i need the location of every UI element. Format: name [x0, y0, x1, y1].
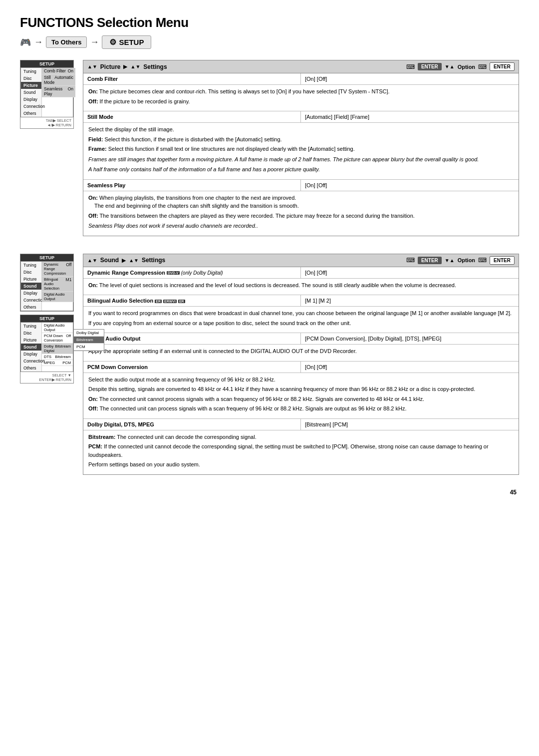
popup-item-bitstream: Bitstream [74, 337, 104, 344]
menu-item-disc: Disc [21, 75, 41, 82]
pcm-label: PCM Down Conversion [83, 362, 301, 373]
menu3-item-others: Others [21, 365, 41, 372]
remote-icon: 🎮 [20, 37, 31, 48]
feature-row-pcm: PCM Down Conversion [On] [Off] [83, 362, 519, 373]
dao-label: Digital Audio Output [83, 333, 301, 344]
feature-row-drc: Dynamic Range Compression DVD-V (only Do… [83, 267, 519, 279]
menu-item-display: Display [21, 96, 41, 103]
bilingual-label: Bilingual Audio Selection ER ERWVI ER [83, 295, 301, 306]
mini-menu-hint-3: SELECT ▼ENTER▶ RETURN [20, 372, 73, 383]
enter-button-2: ENTER [418, 257, 442, 264]
mini3-row-dts: DTSBitstream [42, 354, 73, 360]
nav-arrow-right-1: ▶ [123, 63, 127, 70]
feature-row-dolby: Dolby Digital, DTS, MPEG [Bitstream] [PC… [83, 419, 519, 430]
nav-option-tri-1: ▼▲ [445, 64, 455, 69]
menu3-item-sound: Sound [21, 344, 41, 351]
feature-row-dao: Digital Audio Output [PCM Down Conversio… [83, 333, 519, 345]
nav-bar-picture: ▲▼ Picture ▶ ▲▼ Settings ⌨ ENTER ▼▲ Opti… [83, 60, 519, 73]
mini2-row-drc: Dynamic Range CompressionOff [42, 262, 73, 277]
feature-row-still: Still Mode [Automatic] [Field] [Frame] [83, 111, 519, 123]
still-mode-desc: Select the display of the still image. F… [83, 123, 519, 180]
enter-button-1b: ENTER [490, 62, 515, 71]
option-label-1: Option [458, 64, 475, 70]
dolby-value: [Bitstream] [PCM] [301, 419, 519, 430]
seamless-play-label: Seamless Play [83, 180, 301, 191]
enter-button-1: ENTER [418, 63, 442, 70]
cursor-icon-2: ⌨ [406, 257, 415, 264]
mini3-row-pcm: PCM Down ConversionOff [42, 333, 73, 344]
cursor-icon-2b: ⌨ [478, 257, 487, 264]
menu2-item-sound: Sound [21, 283, 41, 290]
nav-option-tri-2: ▼▲ [445, 258, 455, 263]
er-badge-3: ER [178, 300, 185, 303]
nav-tri-up1: ▲▼ [87, 64, 97, 69]
dao-desc: Apply the appropriate setting if an exte… [83, 345, 519, 362]
menu-item-sound: Sound [21, 89, 41, 96]
nav-tri-s2: ▲▼ [129, 258, 139, 263]
enter-button-2b: ENTER [490, 256, 515, 265]
nav-bar-sound: ▲▼ Sound ▶ ▲▼ Settings ⌨ ENTER ▼▲ Option… [83, 254, 519, 267]
still-mode-value: [Automatic] [Field] [Frame] [301, 111, 519, 122]
menu3-item-disc: Disc [21, 330, 41, 337]
page-number: 45 [20, 489, 519, 496]
comb-filter-label: Comb Filter [83, 73, 301, 84]
er-badge-1: ER [155, 300, 162, 303]
mini3-row-dolby: Dolby DigitalBitstream [42, 344, 73, 354]
nav-picture-label: Picture [100, 63, 121, 70]
mini-menu-header-2: SETUP [20, 254, 73, 261]
mini-menu-sound: SETUP Tuning Disc Picture Sound Display … [20, 254, 74, 475]
menu2-item-picture: Picture [21, 276, 41, 283]
setup-icon: ⚙ [109, 37, 116, 47]
menu2-item-others: Others [21, 304, 41, 311]
menu-item-connection: Connection [21, 103, 41, 110]
dao-value: [PCM Down Conversion], [Dolby Digital], … [301, 333, 519, 344]
bilingual-value: [M 1] [M 2] [301, 295, 519, 306]
mini2-row-bilingual: Bilingual Audio SelectionM1 [42, 277, 73, 292]
feature-row-bilingual: Bilingual Audio Selection ER ERWVI ER [M… [83, 295, 519, 307]
content-panel-picture: ▲▼ Picture ▶ ▲▼ Settings ⌨ ENTER ▼▲ Opti… [83, 60, 519, 236]
menu3-item-tuning: Tuning [21, 323, 41, 330]
menu2-item-connection: Connection [21, 297, 41, 304]
mini-menu-header-3: SETUP [20, 315, 73, 322]
popup-item-dolby: Dolby Digital [74, 330, 104, 337]
drc-desc: On: The level of quiet sections is incre… [83, 279, 519, 296]
feature-row-comb: Comb Filter [On] [Off] [83, 73, 519, 85]
mini-row-still: Still ModeAutomatic [42, 74, 75, 86]
mini-row-comb: Comb FilterOn [42, 68, 75, 74]
breadcrumb-to-others: To Others [46, 36, 87, 48]
er-badge-2: ERWVI [163, 300, 177, 303]
section-picture: SETUP Tuning Disc Picture Sound Display … [20, 60, 519, 236]
popup-overlay: Dolby Digital Bitstream PCM [73, 329, 104, 351]
menu-item-picture: Picture [21, 82, 41, 89]
mini2-row-digital: Digital Audio Output [42, 292, 73, 302]
mini-menu-picture: SETUP Tuning Disc Picture Sound Display … [20, 60, 74, 236]
section-sound: SETUP Tuning Disc Picture Sound Display … [20, 254, 519, 475]
mini-menu-header-1: SETUP [20, 60, 73, 67]
breadcrumb-setup: ⚙ SETUP [102, 35, 151, 49]
menu2-item-tuning: Tuning [21, 262, 41, 269]
mini3-row-mpeg: MPEGPCM [42, 360, 73, 366]
cursor-icon-1: ⌨ [406, 63, 415, 70]
drc-label: Dynamic Range Compression DVD-V (only Do… [83, 267, 301, 278]
menu3-item-display: Display [21, 351, 41, 358]
nav-tri-s1: ▲▼ [87, 258, 97, 263]
bilingual-desc: If you want to record programmes on disc… [83, 307, 519, 333]
popup-item-pcm: PCM [74, 344, 104, 351]
drc-value: [On] [Off] [301, 267, 519, 278]
feature-row-seamless: Seamless Play [On] [Off] [83, 180, 519, 191]
breadcrumb: 🎮 → To Others → ⚙ SETUP [20, 35, 519, 49]
still-mode-label: Still Mode [83, 111, 301, 122]
arrow-icon-2: → [90, 37, 99, 47]
dolby-desc: Bitstream: The connected unit can decode… [83, 430, 519, 474]
mini3-row-dao: Digital Audio Output [42, 323, 73, 333]
page-title: FUNCTIONS Selection Menu [20, 15, 519, 30]
nav-arrow-right-2: ▶ [122, 257, 126, 264]
content-panel-sound: ▲▼ Sound ▶ ▲▼ Settings ⌨ ENTER ▼▲ Option… [83, 254, 519, 475]
menu-item-tuning: Tuning [21, 68, 41, 75]
arrow-icon: → [34, 37, 43, 47]
comb-filter-value: [On] [Off] [301, 73, 519, 84]
dolby-label: Dolby Digital, DTS, MPEG [83, 419, 301, 430]
dvd-badge: DVD-V [167, 271, 180, 275]
seamless-play-value: [On] [Off] [301, 180, 519, 191]
menu-item-others: Others [21, 110, 41, 117]
